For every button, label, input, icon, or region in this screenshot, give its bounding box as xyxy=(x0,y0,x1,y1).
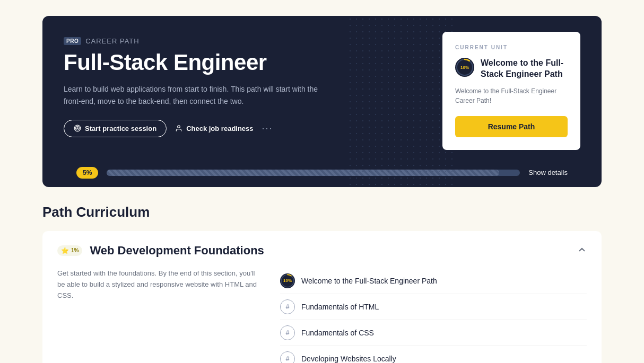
lesson-progress-icon: 10% xyxy=(280,273,295,288)
svg-point-2 xyxy=(77,128,78,129)
hash-icon: # xyxy=(285,355,289,362)
curriculum-card: ⭐ 1% Web Development Foundations Get sta… xyxy=(42,231,602,363)
progress-pill: 5% xyxy=(76,167,98,179)
svg-point-3 xyxy=(178,126,180,128)
progress-track xyxy=(107,170,520,176)
hero-description: Learn to build web applications from sta… xyxy=(64,83,318,107)
curriculum-section: Path Curriculum ⭐ 1% Web Development Fou… xyxy=(42,187,602,363)
current-unit-card: CURRENT UNIT 10% Welcome to the Full-Sta… xyxy=(442,32,580,150)
hash-icon: # xyxy=(285,329,289,337)
lesson-item[interactable]: # Developing Websites Locally xyxy=(280,346,587,363)
more-options-button[interactable]: ··· xyxy=(262,123,273,134)
career-path-label: Career Path xyxy=(85,37,140,45)
unit-title-row: 10% Welcome to the Full-Stack Engineer P… xyxy=(455,58,568,80)
lesson-pct-text: 10% xyxy=(283,278,292,283)
lesson-default-icon: # xyxy=(280,325,295,340)
show-details-button[interactable]: Show details xyxy=(528,169,568,176)
start-practice-label: Start practice session xyxy=(85,125,156,132)
svg-point-1 xyxy=(76,127,80,130)
chevron-up-icon xyxy=(577,245,587,254)
unit-description: Welcome to the Full-Stack Engineer Caree… xyxy=(455,86,568,105)
lesson-item[interactable]: # Fundamentals of HTML xyxy=(280,294,587,320)
resume-path-button[interactable]: Resume Path xyxy=(455,116,568,137)
hero-title: Full-Stack Engineer xyxy=(64,50,318,75)
curriculum-description: Get started with the foundations. By the… xyxy=(57,268,259,363)
curriculum-desc-text: Get started with the foundations. By the… xyxy=(57,268,259,301)
current-unit-label: CURRENT UNIT xyxy=(455,45,568,50)
lesson-item[interactable]: # Fundamentals of CSS xyxy=(280,320,587,346)
unit-title: Welcome to the Full-Stack Engineer Path xyxy=(481,58,568,80)
lesson-name: Welcome to the Full-Stack Engineer Path xyxy=(301,277,437,285)
check-job-readiness-label: Check job readiness xyxy=(186,125,253,132)
page-wrapper: PRO Career Path Full-Stack Engineer Lear… xyxy=(0,0,644,363)
curriculum-header-left: ⭐ 1% Web Development Foundations xyxy=(57,244,264,258)
collapse-unit-button[interactable] xyxy=(577,245,587,256)
lesson-name: Fundamentals of CSS xyxy=(301,329,374,337)
start-practice-button[interactable]: Start practice session xyxy=(64,120,167,137)
progress-section: 5% Show details xyxy=(64,158,580,187)
pro-badge: PRO xyxy=(64,37,81,45)
lesson-item[interactable]: 10% Welcome to the Full-Stack Engineer P… xyxy=(280,268,587,294)
progress-fill xyxy=(107,170,499,176)
unit-progress-pct: 10% xyxy=(460,65,469,70)
unit-badge: ⭐ 1% xyxy=(57,245,82,256)
pro-badge-row: PRO Career Path xyxy=(64,37,318,45)
curriculum-unit-title: Web Development Foundations xyxy=(90,244,264,258)
hero-card: PRO Career Path Full-Stack Engineer Lear… xyxy=(42,16,602,187)
hero-left: PRO Career Path Full-Stack Engineer Lear… xyxy=(64,37,318,158)
unit-badge-pct: 1% xyxy=(71,247,79,253)
curriculum-lessons: 10% Welcome to the Full-Stack Engineer P… xyxy=(280,268,587,363)
check-job-readiness-button[interactable]: Check job readiness xyxy=(175,125,253,132)
hash-icon: # xyxy=(285,303,289,311)
lesson-name: Fundamentals of HTML xyxy=(301,303,379,311)
lesson-name: Developing Websites Locally xyxy=(301,355,396,363)
lesson-default-icon: # xyxy=(280,299,295,314)
star-icon: ⭐ xyxy=(61,247,69,254)
job-readiness-icon xyxy=(175,125,182,132)
curriculum-body: Get started with the foundations. By the… xyxy=(57,268,587,363)
lesson-default-icon: # xyxy=(280,351,295,363)
curriculum-card-header: ⭐ 1% Web Development Foundations xyxy=(57,244,587,258)
target-icon xyxy=(74,125,81,132)
curriculum-title: Path Curriculum xyxy=(42,204,602,220)
unit-progress-circle: 10% xyxy=(455,58,474,77)
hero-actions: Start practice session Check job readine… xyxy=(64,120,318,137)
